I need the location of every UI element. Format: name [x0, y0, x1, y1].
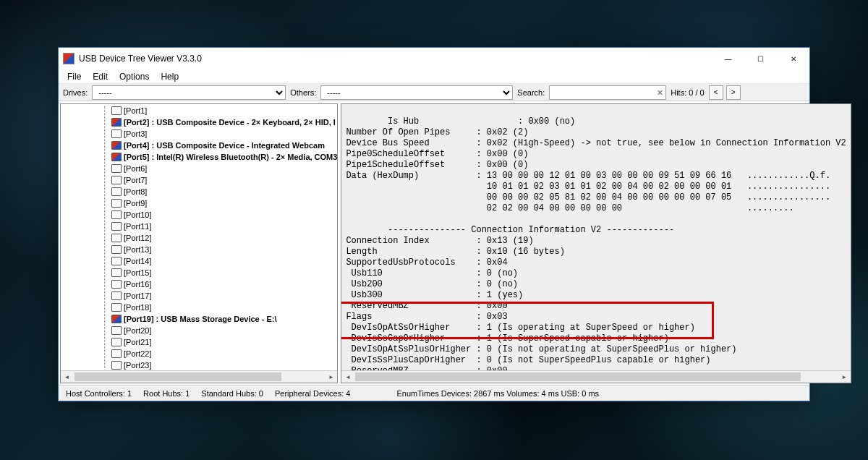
- menu-bar: File Edit Options Help: [59, 69, 809, 84]
- usb-port-icon: [111, 245, 122, 254]
- tree-item-label: [Port19] : USB Mass Storage Device - E:\: [124, 315, 277, 323]
- usb-port-icon: [111, 199, 122, 208]
- others-label: Others:: [289, 88, 318, 97]
- drives-select[interactable]: -----: [92, 85, 286, 100]
- app-icon: [63, 53, 75, 64]
- detail-hscrollbar[interactable]: ◄ ►: [341, 370, 850, 383]
- tree-item-label: [Port4] : USB Composite Device - Integra…: [124, 141, 325, 150]
- tree-item-label: [Port18]: [124, 303, 152, 312]
- tree-item-label: [Port20]: [124, 326, 152, 335]
- tree-item-port16[interactable]: [Port16]: [111, 278, 337, 290]
- usb-port-icon: [111, 210, 122, 219]
- tree-item-port2[interactable]: [Port2] : USB Composite Device - 2× Keyb…: [111, 116, 337, 128]
- usb-port-icon: [111, 234, 122, 242]
- tree-item-label: [Port22]: [124, 349, 152, 358]
- menu-help[interactable]: Help: [155, 70, 184, 83]
- menu-file[interactable]: File: [61, 70, 87, 83]
- detail-scroll-thumb[interactable]: [355, 372, 801, 381]
- tree-item-label: [Port5] : Intel(R) Wireless Bluetooth(R)…: [124, 153, 337, 161]
- toolbar: Drives: ----- Others: ----- Search: ✕ Hi…: [59, 84, 809, 101]
- scroll-right-icon[interactable]: ►: [325, 371, 337, 383]
- maximize-button[interactable]: ☐: [744, 48, 777, 69]
- usb-port-icon: [111, 338, 122, 346]
- usb-port-icon: [111, 361, 122, 370]
- tree-item-port10[interactable]: [Port10]: [111, 209, 337, 221]
- tree-item-port18[interactable]: [Port18]: [111, 302, 337, 313]
- status-bar: Host Controllers: 1 Root Hubs: 1 Standar…: [59, 385, 809, 401]
- usb-port-icon: [111, 303, 122, 312]
- tree-item-port23[interactable]: [Port23]: [111, 359, 337, 370]
- tree-scroll-thumb[interactable]: [75, 372, 281, 381]
- status-root-hubs: Root Hubs: 1: [140, 389, 192, 398]
- tree-item-port14[interactable]: [Port14]: [111, 255, 337, 267]
- usb-port-icon: [111, 118, 122, 127]
- tree-item-label: [Port15]: [124, 268, 152, 277]
- tree-item-label: [Port13]: [124, 245, 152, 254]
- usb-port-icon: [111, 268, 122, 277]
- drives-label: Drives:: [61, 88, 89, 97]
- tree-item-port13[interactable]: [Port13]: [111, 244, 337, 255]
- tree-hscrollbar[interactable]: ◄ ►: [61, 370, 337, 383]
- usb-port-icon: [111, 129, 122, 138]
- tree-item-label: [Port2] : USB Composite Device - 2× Keyb…: [124, 118, 336, 127]
- usb-port-icon: [111, 153, 122, 161]
- tree-item-label: [Port23]: [124, 361, 152, 370]
- tree-item-port22[interactable]: [Port22]: [111, 348, 337, 359]
- tree-item-label: [Port3]: [124, 129, 147, 138]
- usb-port-icon: [111, 257, 122, 265]
- tree-item-label: [Port14]: [124, 257, 152, 265]
- tree-item-label: [Port7]: [124, 176, 147, 184]
- tree-guide-line: [104, 106, 105, 368]
- detail-text[interactable]: Is Hub : 0x00 (no) Number Of Open Pipes …: [341, 104, 850, 370]
- tree-item-label: [Port16]: [124, 280, 152, 289]
- tree-item-port12[interactable]: [Port12]: [111, 232, 337, 244]
- usb-port-icon: [111, 326, 122, 335]
- tree-item-label: [Port10]: [124, 210, 152, 219]
- tree-item-port15[interactable]: [Port15]: [111, 267, 337, 278]
- tree-item-label: [Port17]: [124, 291, 152, 300]
- device-tree[interactable]: [Port1][Port2] : USB Composite Device - …: [61, 104, 337, 370]
- tree-item-port19[interactable]: [Port19] : USB Mass Storage Device - E:\: [111, 313, 337, 325]
- tree-item-port8[interactable]: [Port8]: [111, 186, 337, 197]
- search-label: Search:: [516, 88, 546, 97]
- usb-port-icon: [111, 176, 122, 184]
- tree-panel: [Port1][Port2] : USB Composite Device - …: [60, 103, 338, 383]
- usb-port-icon: [111, 291, 122, 300]
- menu-edit[interactable]: Edit: [87, 70, 114, 83]
- content-area: [Port1][Port2] : USB Composite Device - …: [59, 101, 809, 385]
- tree-item-port1[interactable]: [Port1]: [111, 105, 337, 116]
- usb-port-icon: [111, 141, 122, 150]
- tree-item-label: [Port1]: [124, 106, 147, 115]
- tree-item-port9[interactable]: [Port9]: [111, 197, 337, 209]
- clear-search-icon[interactable]: ✕: [657, 88, 663, 97]
- usb-port-icon: [111, 187, 122, 196]
- menu-options[interactable]: Options: [114, 70, 155, 83]
- tree-item-label: [Port8]: [124, 187, 147, 196]
- tree-item-port17[interactable]: [Port17]: [111, 290, 337, 302]
- status-standard-hubs: Standard Hubs: 0: [198, 389, 266, 398]
- tree-item-port11[interactable]: [Port11]: [111, 221, 337, 232]
- next-hit-button[interactable]: >: [726, 85, 741, 100]
- minimize-button[interactable]: —: [712, 48, 744, 69]
- tree-item-port21[interactable]: [Port21]: [111, 336, 337, 348]
- tree-item-port7[interactable]: [Port7]: [111, 174, 337, 186]
- title-bar[interactable]: USB Device Tree Viewer V3.3.0 — ☐ ✕: [59, 48, 809, 69]
- tree-item-port5[interactable]: [Port5] : Intel(R) Wireless Bluetooth(R)…: [111, 151, 337, 163]
- app-window: USB Device Tree Viewer V3.3.0 — ☐ ✕ File…: [58, 47, 810, 401]
- tree-item-label: [Port12]: [124, 234, 152, 242]
- scroll-left-icon[interactable]: ◄: [61, 371, 73, 383]
- scroll-left-icon[interactable]: ◄: [341, 371, 354, 383]
- tree-item-port3[interactable]: [Port3]: [111, 128, 337, 140]
- others-select[interactable]: -----: [320, 85, 513, 100]
- tree-item-port20[interactable]: [Port20]: [111, 325, 337, 336]
- highlight-box: [341, 302, 714, 339]
- usb-port-icon: [111, 280, 122, 289]
- tree-item-port4[interactable]: [Port4] : USB Composite Device - Integra…: [111, 140, 337, 151]
- search-input[interactable]: [549, 85, 666, 100]
- tree-item-label: [Port11]: [124, 222, 152, 231]
- close-button[interactable]: ✕: [777, 48, 809, 69]
- tree-item-port6[interactable]: [Port6]: [111, 163, 337, 174]
- status-host-controllers: Host Controllers: 1: [63, 389, 135, 398]
- prev-hit-button[interactable]: <: [709, 85, 723, 100]
- scroll-right-icon[interactable]: ►: [838, 371, 851, 383]
